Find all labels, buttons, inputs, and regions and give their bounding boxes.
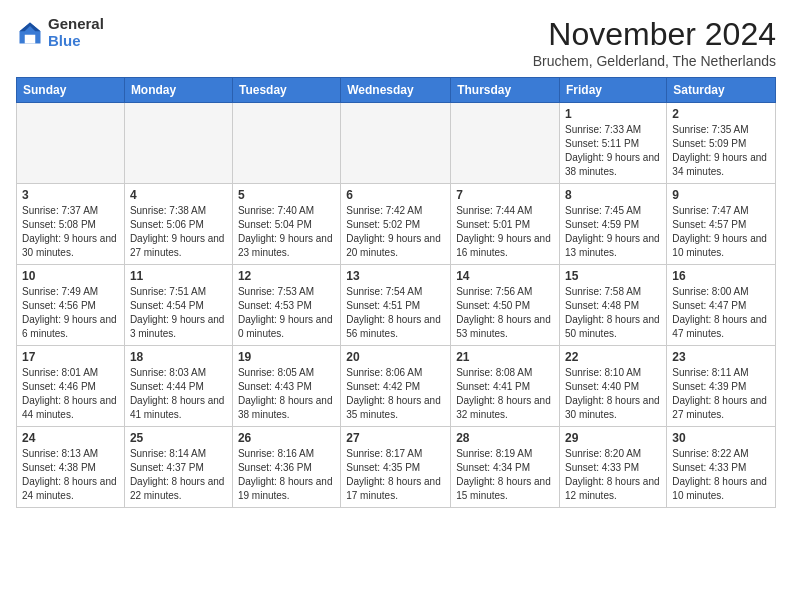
calendar-cell: 19Sunrise: 8:05 AM Sunset: 4:43 PM Dayli… <box>232 346 340 427</box>
day-number: 7 <box>456 188 554 202</box>
calendar-cell: 23Sunrise: 8:11 AM Sunset: 4:39 PM Dayli… <box>667 346 776 427</box>
calendar-cell: 20Sunrise: 8:06 AM Sunset: 4:42 PM Dayli… <box>341 346 451 427</box>
weekday-header: Thursday <box>451 78 560 103</box>
day-info: Sunrise: 8:05 AM Sunset: 4:43 PM Dayligh… <box>238 366 335 422</box>
day-info: Sunrise: 8:08 AM Sunset: 4:41 PM Dayligh… <box>456 366 554 422</box>
day-number: 2 <box>672 107 770 121</box>
day-info: Sunrise: 7:38 AM Sunset: 5:06 PM Dayligh… <box>130 204 227 260</box>
day-info: Sunrise: 8:14 AM Sunset: 4:37 PM Dayligh… <box>130 447 227 503</box>
weekday-header: Tuesday <box>232 78 340 103</box>
day-number: 12 <box>238 269 335 283</box>
day-number: 20 <box>346 350 445 364</box>
day-number: 8 <box>565 188 661 202</box>
day-number: 30 <box>672 431 770 445</box>
day-number: 11 <box>130 269 227 283</box>
day-info: Sunrise: 7:56 AM Sunset: 4:50 PM Dayligh… <box>456 285 554 341</box>
calendar-cell: 4Sunrise: 7:38 AM Sunset: 5:06 PM Daylig… <box>124 184 232 265</box>
calendar-cell: 22Sunrise: 8:10 AM Sunset: 4:40 PM Dayli… <box>560 346 667 427</box>
header-row: SundayMondayTuesdayWednesdayThursdayFrid… <box>17 78 776 103</box>
day-number: 1 <box>565 107 661 121</box>
svg-rect-2 <box>25 34 36 43</box>
day-info: Sunrise: 7:45 AM Sunset: 4:59 PM Dayligh… <box>565 204 661 260</box>
day-number: 24 <box>22 431 119 445</box>
day-number: 29 <box>565 431 661 445</box>
day-info: Sunrise: 7:58 AM Sunset: 4:48 PM Dayligh… <box>565 285 661 341</box>
day-number: 4 <box>130 188 227 202</box>
logo-blue: Blue <box>48 33 104 50</box>
day-info: Sunrise: 8:03 AM Sunset: 4:44 PM Dayligh… <box>130 366 227 422</box>
day-number: 5 <box>238 188 335 202</box>
weekday-header: Monday <box>124 78 232 103</box>
calendar-table: SundayMondayTuesdayWednesdayThursdayFrid… <box>16 77 776 508</box>
day-number: 15 <box>565 269 661 283</box>
day-info: Sunrise: 8:19 AM Sunset: 4:34 PM Dayligh… <box>456 447 554 503</box>
day-number: 22 <box>565 350 661 364</box>
calendar-cell: 24Sunrise: 8:13 AM Sunset: 4:38 PM Dayli… <box>17 427 125 508</box>
calendar-cell: 17Sunrise: 8:01 AM Sunset: 4:46 PM Dayli… <box>17 346 125 427</box>
day-info: Sunrise: 8:00 AM Sunset: 4:47 PM Dayligh… <box>672 285 770 341</box>
day-info: Sunrise: 7:51 AM Sunset: 4:54 PM Dayligh… <box>130 285 227 341</box>
logo-icon <box>16 19 44 47</box>
day-number: 17 <box>22 350 119 364</box>
logo-text: General Blue <box>48 16 104 49</box>
day-info: Sunrise: 7:37 AM Sunset: 5:08 PM Dayligh… <box>22 204 119 260</box>
day-info: Sunrise: 8:11 AM Sunset: 4:39 PM Dayligh… <box>672 366 770 422</box>
day-info: Sunrise: 7:42 AM Sunset: 5:02 PM Dayligh… <box>346 204 445 260</box>
day-info: Sunrise: 8:17 AM Sunset: 4:35 PM Dayligh… <box>346 447 445 503</box>
day-info: Sunrise: 8:16 AM Sunset: 4:36 PM Dayligh… <box>238 447 335 503</box>
logo-general: General <box>48 16 104 33</box>
day-info: Sunrise: 8:20 AM Sunset: 4:33 PM Dayligh… <box>565 447 661 503</box>
calendar-week: 1Sunrise: 7:33 AM Sunset: 5:11 PM Daylig… <box>17 103 776 184</box>
calendar-cell: 5Sunrise: 7:40 AM Sunset: 5:04 PM Daylig… <box>232 184 340 265</box>
day-info: Sunrise: 7:33 AM Sunset: 5:11 PM Dayligh… <box>565 123 661 179</box>
calendar-cell: 15Sunrise: 7:58 AM Sunset: 4:48 PM Dayli… <box>560 265 667 346</box>
page-header: General Blue November 2024 Bruchem, Geld… <box>16 16 776 69</box>
day-number: 3 <box>22 188 119 202</box>
day-number: 19 <box>238 350 335 364</box>
day-number: 27 <box>346 431 445 445</box>
day-number: 18 <box>130 350 227 364</box>
calendar-cell: 25Sunrise: 8:14 AM Sunset: 4:37 PM Dayli… <box>124 427 232 508</box>
day-number: 23 <box>672 350 770 364</box>
day-info: Sunrise: 7:53 AM Sunset: 4:53 PM Dayligh… <box>238 285 335 341</box>
calendar-cell: 6Sunrise: 7:42 AM Sunset: 5:02 PM Daylig… <box>341 184 451 265</box>
day-number: 14 <box>456 269 554 283</box>
calendar-cell: 3Sunrise: 7:37 AM Sunset: 5:08 PM Daylig… <box>17 184 125 265</box>
day-number: 6 <box>346 188 445 202</box>
weekday-header: Friday <box>560 78 667 103</box>
day-info: Sunrise: 7:35 AM Sunset: 5:09 PM Dayligh… <box>672 123 770 179</box>
calendar-header: SundayMondayTuesdayWednesdayThursdayFrid… <box>17 78 776 103</box>
calendar-cell <box>17 103 125 184</box>
calendar-week: 10Sunrise: 7:49 AM Sunset: 4:56 PM Dayli… <box>17 265 776 346</box>
day-info: Sunrise: 8:06 AM Sunset: 4:42 PM Dayligh… <box>346 366 445 422</box>
calendar-cell: 13Sunrise: 7:54 AM Sunset: 4:51 PM Dayli… <box>341 265 451 346</box>
day-number: 28 <box>456 431 554 445</box>
calendar-cell <box>232 103 340 184</box>
calendar-cell: 12Sunrise: 7:53 AM Sunset: 4:53 PM Dayli… <box>232 265 340 346</box>
calendar-cell: 9Sunrise: 7:47 AM Sunset: 4:57 PM Daylig… <box>667 184 776 265</box>
logo: General Blue <box>16 16 104 49</box>
day-info: Sunrise: 8:13 AM Sunset: 4:38 PM Dayligh… <box>22 447 119 503</box>
weekday-header: Saturday <box>667 78 776 103</box>
location: Bruchem, Gelderland, The Netherlands <box>533 53 776 69</box>
calendar-cell: 8Sunrise: 7:45 AM Sunset: 4:59 PM Daylig… <box>560 184 667 265</box>
calendar-cell: 21Sunrise: 8:08 AM Sunset: 4:41 PM Dayli… <box>451 346 560 427</box>
day-info: Sunrise: 7:40 AM Sunset: 5:04 PM Dayligh… <box>238 204 335 260</box>
calendar-cell: 18Sunrise: 8:03 AM Sunset: 4:44 PM Dayli… <box>124 346 232 427</box>
title-block: November 2024 Bruchem, Gelderland, The N… <box>533 16 776 69</box>
calendar-cell: 30Sunrise: 8:22 AM Sunset: 4:33 PM Dayli… <box>667 427 776 508</box>
month-title: November 2024 <box>533 16 776 53</box>
day-number: 10 <box>22 269 119 283</box>
calendar-cell <box>451 103 560 184</box>
calendar-cell <box>341 103 451 184</box>
day-info: Sunrise: 7:47 AM Sunset: 4:57 PM Dayligh… <box>672 204 770 260</box>
calendar-cell: 10Sunrise: 7:49 AM Sunset: 4:56 PM Dayli… <box>17 265 125 346</box>
day-info: Sunrise: 7:54 AM Sunset: 4:51 PM Dayligh… <box>346 285 445 341</box>
calendar-cell: 27Sunrise: 8:17 AM Sunset: 4:35 PM Dayli… <box>341 427 451 508</box>
calendar-cell: 29Sunrise: 8:20 AM Sunset: 4:33 PM Dayli… <box>560 427 667 508</box>
calendar-cell: 1Sunrise: 7:33 AM Sunset: 5:11 PM Daylig… <box>560 103 667 184</box>
calendar-cell: 2Sunrise: 7:35 AM Sunset: 5:09 PM Daylig… <box>667 103 776 184</box>
day-number: 25 <box>130 431 227 445</box>
day-number: 9 <box>672 188 770 202</box>
calendar-week: 17Sunrise: 8:01 AM Sunset: 4:46 PM Dayli… <box>17 346 776 427</box>
